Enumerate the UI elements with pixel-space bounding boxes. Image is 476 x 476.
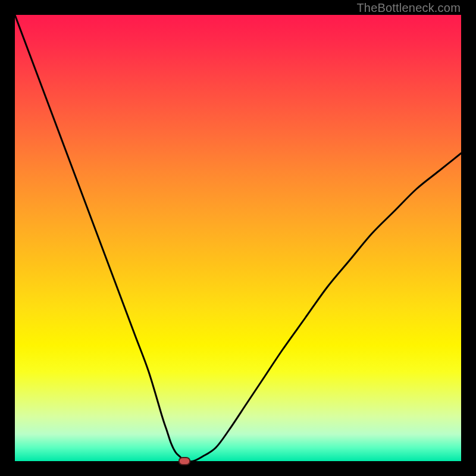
chart-frame: TheBottleneck.com: [0, 0, 476, 476]
plot-area: [15, 15, 461, 461]
curve-svg: [15, 15, 461, 461]
bottleneck-curve: [15, 15, 461, 461]
minimum-marker: [178, 457, 190, 465]
watermark-text: TheBottleneck.com: [356, 1, 461, 15]
